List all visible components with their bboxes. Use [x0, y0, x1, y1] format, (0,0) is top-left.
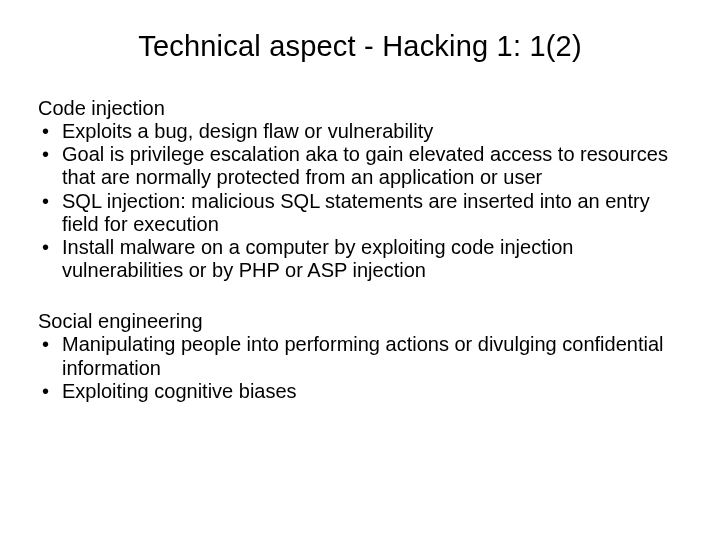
list-item: SQL injection: malicious SQL statements …: [38, 190, 682, 236]
slide: Technical aspect - Hacking 1: 1(2) Code …: [0, 0, 720, 540]
list-item: Exploiting cognitive biases: [38, 380, 682, 403]
bullet-list-1: Exploits a bug, design flaw or vulnerabi…: [38, 120, 682, 282]
list-item: Goal is privilege escalation aka to gain…: [38, 143, 682, 189]
section-heading-2: Social engineering: [38, 310, 682, 333]
bullet-list-2: Manipulating people into performing acti…: [38, 333, 682, 403]
slide-title: Technical aspect - Hacking 1: 1(2): [38, 30, 682, 63]
list-item: Install malware on a computer by exploit…: [38, 236, 682, 282]
section-heading-1: Code injection: [38, 97, 682, 120]
list-item: Manipulating people into performing acti…: [38, 333, 682, 379]
list-item: Exploits a bug, design flaw or vulnerabi…: [38, 120, 682, 143]
